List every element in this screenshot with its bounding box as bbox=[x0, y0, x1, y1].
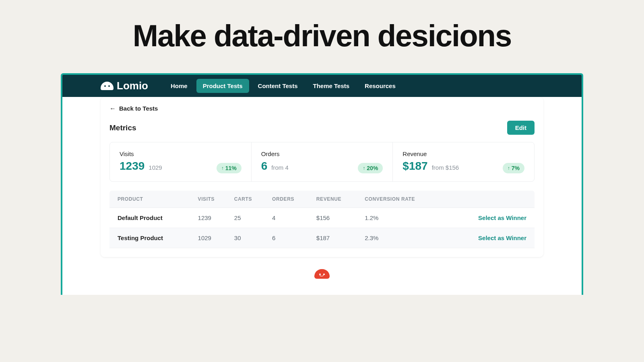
select-winner-link[interactable]: Select as Winner bbox=[478, 214, 526, 221]
edit-button[interactable]: Edit bbox=[507, 121, 535, 135]
cell-orders: 4 bbox=[268, 208, 312, 228]
col-conv: CONVERSION RATE bbox=[361, 191, 446, 208]
stat-orders: Orders 6 from 4 ↑ 20% bbox=[252, 142, 393, 181]
brand-logo[interactable]: Lomio bbox=[101, 80, 148, 92]
arrow-left-icon: ← bbox=[109, 105, 116, 112]
arrow-up-icon: ↑ bbox=[221, 165, 224, 171]
cell-conv: 2.3% bbox=[361, 228, 446, 248]
results-table: PRODUCT VISITS CARTS ORDERS REVENUE CONV… bbox=[109, 191, 535, 248]
col-revenue: REVENUE bbox=[312, 191, 361, 208]
stat-delta-badge: ↑ 20% bbox=[358, 163, 383, 173]
stat-delta-badge: ↑ 7% bbox=[503, 163, 524, 173]
cell-product: Testing Product bbox=[109, 228, 194, 248]
stat-visits: Visits 1239 1029 ↑ 11% bbox=[110, 142, 252, 181]
cell-revenue: $187 bbox=[312, 228, 361, 248]
nav-product-tests[interactable]: Product Tests bbox=[196, 79, 249, 93]
back-label: Back to Tests bbox=[119, 105, 158, 112]
stat-value: 1239 bbox=[120, 160, 144, 173]
col-carts: CARTS bbox=[230, 191, 268, 208]
cell-carts: 30 bbox=[230, 228, 268, 248]
cell-orders: 6 bbox=[268, 228, 312, 248]
arrow-up-icon: ↑ bbox=[508, 165, 510, 171]
metrics-heading: Metrics bbox=[109, 123, 136, 132]
stat-delta: 7% bbox=[512, 165, 520, 171]
cell-carts: 25 bbox=[230, 208, 268, 228]
results-table-wrap: PRODUCT VISITS CARTS ORDERS REVENUE CONV… bbox=[101, 191, 543, 257]
stat-delta-badge: ↑ 11% bbox=[217, 163, 242, 173]
cell-revenue: $156 bbox=[312, 208, 361, 228]
stat-label: Revenue bbox=[402, 150, 524, 157]
select-winner-link[interactable]: Select as Winner bbox=[478, 234, 526, 241]
nav-theme-tests[interactable]: Theme Tests bbox=[307, 79, 356, 93]
stat-value: 6 bbox=[261, 160, 268, 173]
col-orders: ORDERS bbox=[268, 191, 312, 208]
cell-product: Default Product bbox=[109, 208, 194, 228]
cell-visits: 1029 bbox=[194, 228, 230, 248]
stat-delta: 20% bbox=[367, 165, 378, 171]
col-product: PRODUCT bbox=[109, 191, 194, 208]
table-row: Testing Product 1029 30 6 $187 2.3% Sele… bbox=[109, 228, 535, 248]
stat-sub: 1029 bbox=[149, 164, 162, 171]
cell-conv: 1.2% bbox=[361, 208, 446, 228]
stat-value: $187 bbox=[402, 160, 427, 173]
stats-grid: Visits 1239 1029 ↑ 11% bbox=[109, 142, 535, 182]
col-visits: VISITS bbox=[194, 191, 230, 208]
nav-resources[interactable]: Resources bbox=[358, 79, 402, 93]
table-row: Default Product 1239 25 4 $156 1.2% Sele… bbox=[109, 208, 535, 228]
footer-logo-icon bbox=[314, 269, 330, 279]
back-to-tests-link[interactable]: ← Back to Tests bbox=[109, 105, 535, 112]
nav-items: Home Product Tests Content Tests Theme T… bbox=[164, 79, 402, 93]
arrow-up-icon: ↑ bbox=[363, 165, 365, 171]
nav-content-tests[interactable]: Content Tests bbox=[252, 79, 304, 93]
stat-label: Visits bbox=[120, 150, 242, 157]
stat-delta: 11% bbox=[225, 165, 237, 171]
stat-sub: from $156 bbox=[432, 164, 459, 171]
cell-visits: 1239 bbox=[194, 208, 230, 228]
col-action bbox=[446, 191, 535, 208]
lomio-icon bbox=[101, 82, 114, 90]
nav-home[interactable]: Home bbox=[164, 79, 194, 93]
nav-bar: Lomio Home Product Tests Content Tests T… bbox=[101, 75, 543, 97]
brand-name: Lomio bbox=[117, 80, 148, 92]
stat-sub: from 4 bbox=[271, 164, 289, 171]
stat-label: Orders bbox=[261, 150, 383, 157]
hero-title: Make data-driven desicions bbox=[0, 0, 644, 53]
app-window: Lomio Home Product Tests Content Tests T… bbox=[61, 73, 583, 295]
stat-revenue: Revenue $187 from $156 ↑ 7% bbox=[393, 142, 534, 181]
